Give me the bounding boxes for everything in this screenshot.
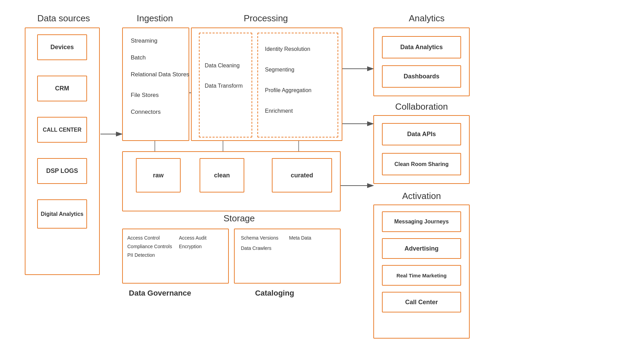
datasource-devices-box: Devices — [37, 34, 87, 60]
datasource-digitalanalytics-box: Digital Analytics — [37, 199, 87, 229]
activation-realtimemarketing-box: Real Time Marketing — [382, 265, 461, 286]
governance-item-audit: Access Audit — [179, 234, 206, 242]
datasource-crm-label: CRM — [55, 85, 69, 92]
governance-item-pii: PII Detection — [127, 251, 172, 260]
section-title-cataloging: Cataloging — [240, 289, 309, 298]
activation-callcenter-box: Call Center — [382, 292, 461, 312]
storage-curated-box: curated — [272, 158, 332, 192]
analytics-dashboards-label: Dashboards — [404, 73, 439, 80]
unification-item-segmenting: Segmenting — [265, 64, 311, 75]
section-title-activation: Activation — [373, 191, 470, 201]
activation-messaging-label: Messaging Journeys — [394, 219, 449, 225]
activation-advertising-box: Advertising — [382, 238, 461, 259]
datacleaning-box: Data Cleaning Data Transform — [199, 33, 252, 137]
storage-clean-label: clean — [214, 172, 230, 179]
cataloging-items-col2: Meta Data — [289, 234, 311, 242]
governance-item-access-control: Access Control — [127, 234, 172, 242]
datasources-outer-box — [25, 27, 100, 275]
storage-raw-box: raw — [136, 158, 181, 192]
cataloging-items-col1: Schema Versions Data Crawlers — [241, 234, 278, 253]
collaboration-cleanroom-label: Clean Room Sharing — [394, 161, 448, 167]
analytics-dashboards-box: Dashboards — [382, 65, 461, 88]
datasource-callcenter-box: CALL CENTER — [37, 117, 87, 143]
section-title-collaboration: Collaboration — [373, 101, 470, 112]
ingestion-item-batch: Batch — [131, 53, 189, 62]
governance-items-col2: Access Audit Encryption — [179, 234, 206, 251]
ingestion-items: Streaming Batch Relational Data Stores F… — [131, 36, 189, 117]
collaboration-cleanroom-box: Clean Room Sharing — [382, 153, 461, 175]
activation-realtimemarketing-label: Real Time Marketing — [396, 273, 447, 278]
analytics-dataanalytics-label: Data Analytics — [400, 44, 443, 51]
collaboration-dataapis-label: Data APIs — [407, 131, 436, 138]
governance-items-col1: Access Control Compliance Controls PII D… — [127, 234, 172, 260]
datasource-callcenter-label: CALL CENTER — [43, 127, 82, 133]
unification-box: Identity Resolution Segmenting Profile A… — [257, 33, 338, 137]
section-title-processing: Processing — [191, 13, 341, 24]
ingestion-item-filestores: File Stores — [131, 90, 189, 100]
ingestion-item-relational: Relational Data Stores — [131, 70, 189, 79]
section-title-datasources: Data sources — [26, 13, 102, 24]
section-title-storage: Storage — [196, 213, 282, 224]
datasource-dsplogs-label: DSP LOGS — [46, 167, 78, 175]
activation-advertising-label: Advertising — [404, 245, 438, 252]
activation-messaging-box: Messaging Journeys — [382, 211, 461, 232]
governance-item-encryption: Encryption — [179, 242, 206, 251]
unification-item-profile: Profile Aggregation — [265, 85, 311, 96]
storage-curated-label: curated — [291, 172, 313, 179]
datasource-digitalanalytics-label: Digital Analytics — [41, 211, 84, 217]
section-title-analytics: Analytics — [379, 13, 475, 24]
datasource-dsplogs-box: DSP LOGS — [37, 158, 87, 184]
datacleaning-item-2: Data Transform — [205, 81, 243, 91]
analytics-dataanalytics-box: Data Analytics — [382, 36, 461, 58]
cataloging-item-crawlers: Data Crawlers — [241, 244, 278, 253]
section-title-governance: Data Governance — [122, 289, 198, 298]
section-title-ingestion: Ingestion — [122, 13, 188, 24]
storage-clean-box: clean — [200, 158, 244, 192]
ingestion-item-streaming: Streaming — [131, 36, 189, 45]
unification-item-enrichment: Enrichment — [265, 106, 311, 117]
collaboration-dataapis-box: Data APIs — [382, 123, 461, 145]
unification-items: Identity Resolution Segmenting Profile A… — [265, 44, 311, 117]
cataloging-item-schema: Schema Versions — [241, 234, 278, 242]
datasource-devices-label: Devices — [50, 44, 74, 51]
datacleaning-item-1: Data Cleaning — [205, 61, 243, 71]
storage-raw-label: raw — [153, 172, 163, 179]
activation-callcenter-label: Call Center — [405, 299, 438, 306]
governance-item-compliance: Compliance Controls — [127, 242, 172, 251]
unification-item-identity: Identity Resolution — [265, 44, 311, 55]
ingestion-item-connectors: Connectors — [131, 107, 189, 117]
datasource-crm-box: CRM — [37, 76, 87, 101]
datacleaning-items: Data Cleaning Data Transform — [205, 61, 243, 91]
cataloging-item-metadata: Meta Data — [289, 234, 311, 242]
